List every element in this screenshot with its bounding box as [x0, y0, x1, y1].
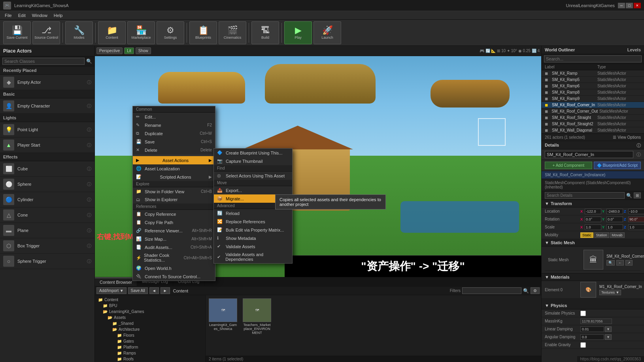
play-button[interactable]: ▶ Play: [284, 21, 312, 44]
actor-sphere[interactable]: ⚪ Sphere ⓘ: [0, 177, 94, 192]
actor-cylinder[interactable]: 🔵 Cylinder ⓘ: [0, 192, 94, 207]
blueprint-script-button[interactable]: 🔷 Blueprint/Add Script: [594, 162, 641, 169]
outliner-item-ramp9[interactable]: ◼ SM_Kit_Ramp9 StaticMeshActor: [542, 96, 644, 102]
ctx-size-map[interactable]: 📊 Size Map... Alt+Shift+M: [133, 235, 215, 243]
actor-player-start[interactable]: ▲ Player Start ⓘ: [0, 138, 94, 153]
ctx-select-actors[interactable]: ◎ Select Actors Using This Asset: [214, 172, 292, 180]
tree-item-shared[interactable]: 📁 _Shared: [95, 321, 205, 326]
category-basic[interactable]: Basic: [0, 90, 94, 98]
actor-plane[interactable]: ▬ Plane ⓘ: [0, 223, 94, 238]
outliner-item-ramp[interactable]: ◼ SM_Kit_Ramp StaticMeshActor: [542, 70, 644, 77]
tree-item-content[interactable]: 📁 Content: [95, 297, 205, 303]
ctx-edit[interactable]: ✏ Edit...: [133, 113, 215, 121]
ctx-show-folder[interactable]: 📁 Show in Folder View Ctrl+B: [133, 187, 215, 196]
save-all-button[interactable]: Save All: [128, 287, 148, 294]
blueprints-button[interactable]: 📋 Blueprints: [189, 21, 217, 44]
close-button[interactable]: ✕: [634, 3, 641, 8]
cb-item-teachers[interactable]: 🗺 Teachers_Marketplace_ENVIRONMENT: [241, 297, 273, 336]
mobility-station-btn[interactable]: Station: [594, 232, 609, 238]
ctx-rename[interactable]: ✎ Rename F2: [133, 121, 215, 129]
mobility-movab-btn[interactable]: Movab: [610, 232, 625, 238]
cb-search-input[interactable]: [462, 287, 521, 294]
linear-damp-input[interactable]: [580, 326, 604, 332]
menu-edit[interactable]: Edit: [15, 12, 29, 19]
outliner-item-roof-corner-in[interactable]: ◼ SM_Kit_Roof_Corner_In StaticMeshActor: [542, 102, 644, 108]
actor-sphere-trigger[interactable]: ○ Sphere Trigger ⓘ: [0, 254, 94, 269]
angular-damp-reset[interactable]: ▼: [605, 334, 612, 340]
show-button[interactable]: Show: [136, 47, 151, 54]
static-mesh-section-header[interactable]: ▼ Static Mesh: [542, 239, 644, 247]
ctx-scripted-actions[interactable]: 📝 Scripted Actions ▶: [133, 173, 215, 181]
outliner-item-roof-corner-out[interactable]: ◼ SM_Kit_Roof_Corner_Out StaticMeshActor: [542, 108, 644, 115]
tree-item-lkg[interactable]: 📂 LearningKit_Games: [95, 309, 205, 315]
rotation-y-input[interactable]: [606, 217, 623, 222]
physics-section-header[interactable]: ▼ Physics: [542, 302, 644, 309]
tree-item-platform[interactable]: 📁 Platform: [95, 344, 205, 350]
actor-cube[interactable]: ⬜ Cube ⓘ: [0, 161, 94, 177]
cb-item-lkg[interactable]: 🗺 LearningKit_Games_Showca: [207, 297, 239, 332]
outliner-search-input[interactable]: [544, 55, 642, 62]
build-button[interactable]: 🏗 Build: [251, 21, 279, 44]
source-control-button[interactable]: ⎇ Source Control: [32, 21, 60, 44]
mesh-use-button[interactable]: ←: [616, 260, 624, 266]
ctx-duplicate[interactable]: ⧉ Duplicate Ctrl+W: [133, 129, 215, 138]
menu-file[interactable]: File: [2, 12, 15, 19]
tree-item-floors[interactable]: 📁 Floors: [95, 332, 205, 338]
actor-point-light[interactable]: 💡 Point Light ⓘ: [0, 122, 94, 138]
transform-section-header[interactable]: ▼ Transform: [542, 200, 644, 207]
forward-button[interactable]: ►: [161, 287, 170, 294]
outliner-item-roof-straight[interactable]: ◼ SM_Kit_Roof_Straight StaticMeshActor: [542, 115, 644, 121]
ctx-save[interactable]: 💾 Save Ctrl+S: [133, 138, 215, 146]
marketplace-button[interactable]: 🏪 Marketplace: [127, 21, 155, 44]
outliner-item-wall-diagonal[interactable]: ◼ SM_Kit_Wall_Diagonal StaticMeshActor: [542, 127, 644, 134]
ctx-delete[interactable]: ✕ Delete Delete: [133, 146, 215, 154]
ctx-create-blueprint[interactable]: 🔷 Create Blueprint Using This...: [214, 149, 292, 157]
ctx-audit-assets[interactable]: 📑 Audit Assets... Ctrl+Shift+A: [133, 243, 215, 251]
linear-damp-reset[interactable]: ▼: [605, 326, 612, 332]
tree-item-arch[interactable]: 📂 Architecture: [95, 326, 205, 332]
cb-settings-button[interactable]: ⚙: [531, 287, 540, 294]
actor-cone[interactable]: △ Cone ⓘ: [0, 207, 94, 223]
ctx-show-metadata[interactable]: ℹ Show Metadata: [214, 234, 292, 242]
actor-box-trigger[interactable]: ⬡ Box Trigger ⓘ: [0, 238, 94, 254]
ctx-asset-actions[interactable]: ▶ Asset Actions ▶: [133, 156, 215, 164]
view-options-link[interactable]: ☰ View Options: [613, 135, 641, 140]
ctx-open-world[interactable]: 🌍 Open World.h: [133, 264, 215, 272]
ctx-show-explorer[interactable]: 🗂 Show in Explorer: [133, 196, 215, 204]
search-classes-input[interactable]: [2, 58, 85, 65]
ctx-copy-reference[interactable]: 📋 Copy Reference: [133, 210, 215, 218]
scale-y-input[interactable]: [606, 224, 623, 230]
tree-item-gates[interactable]: 📁 Gates: [95, 338, 205, 344]
outliner-item-ramp6[interactable]: ◼ SM_Kit_Ramp6 StaticMeshActor: [542, 83, 644, 89]
ctx-bulk-edit[interactable]: 📝 Bulk Edit via Property Matrix...: [214, 226, 292, 234]
back-button[interactable]: ◄: [149, 287, 159, 294]
details-name-input[interactable]: [545, 151, 633, 158]
ctx-capture-thumbnail[interactable]: 📷 Capture Thumbnail: [214, 157, 292, 165]
ctx-reload[interactable]: 🔄 Reload: [214, 209, 292, 217]
launch-button[interactable]: 🚀 Launch: [314, 21, 341, 44]
cb-tab-content[interactable]: Content Browser: [95, 277, 137, 286]
category-lights[interactable]: Lights: [0, 114, 94, 122]
tree-item-bpu[interactable]: 📁 BPU: [95, 303, 205, 309]
actor-empty-actor[interactable]: ◆ Empty Actor ⓘ: [0, 75, 94, 90]
ctx-validate-deps[interactable]: ✔ Validate Assets and Dependencies: [214, 251, 292, 263]
outliner-item-ramp5[interactable]: ◼ SM_Kit_Ramp5 StaticMeshActor: [542, 77, 644, 83]
rotation-x-input[interactable]: [585, 217, 601, 222]
add-import-button[interactable]: Add/Import ▼: [96, 287, 127, 294]
perspective-button[interactable]: Perspective: [96, 47, 123, 54]
category-effects[interactable]: Effects: [0, 153, 94, 161]
tree-item-assets[interactable]: 📂 Assets: [95, 315, 205, 321]
mesh-browse-button[interactable]: 🔍: [606, 260, 615, 266]
ctx-shader-cook[interactable]: ⚡ Shader Cook Statistics... Ctrl+Alt+Shi…: [133, 251, 215, 264]
add-component-button[interactable]: + Add Component: [545, 162, 592, 169]
content-button[interactable]: 📁 Content: [98, 21, 126, 44]
mobility-static-btn[interactable]: Static: [580, 232, 593, 238]
settings-button[interactable]: ⚙ Settings: [157, 21, 184, 44]
outliner-item-ramp8[interactable]: ◼ SM_Kit_Ramp8 StaticMeshActor: [542, 89, 644, 96]
menu-window[interactable]: Window: [29, 12, 51, 19]
masshkg-input[interactable]: [580, 319, 612, 324]
maximize-button[interactable]: □: [626, 3, 633, 8]
lit-button[interactable]: Lit: [124, 47, 134, 54]
ctx-validate-assets[interactable]: ✔ Validate Assets: [214, 242, 292, 251]
ctx-copy-filepath[interactable]: 📋 Copy File Path: [133, 218, 215, 226]
